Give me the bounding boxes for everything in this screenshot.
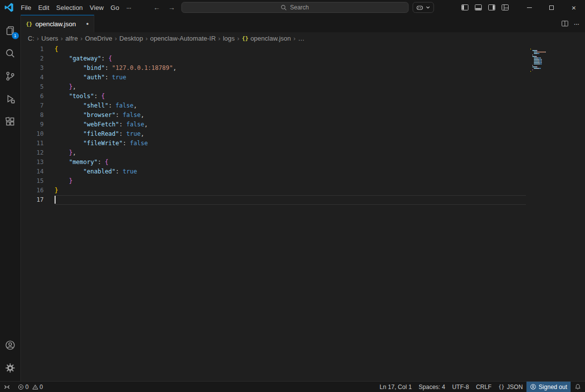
settings-button[interactable]: [0, 356, 21, 379]
status-indentation[interactable]: Spaces: 4: [415, 382, 449, 392]
accounts-button[interactable]: [0, 334, 21, 356]
toggle-secondary-sidebar-icon[interactable]: [488, 3, 496, 11]
explorer-badge: 1: [12, 32, 19, 39]
forward-button[interactable]: →: [166, 3, 177, 11]
warning-count: 0: [40, 384, 43, 391]
json-file-icon: {}: [242, 35, 248, 42]
breadcrumb-item[interactable]: openclaw-Automate-IR: [150, 35, 216, 42]
code-line[interactable]: 10 "fileRead": true,: [21, 129, 585, 139]
breadcrumb-item[interactable]: Users: [41, 35, 58, 42]
line-text: "browser": false,: [44, 111, 144, 120]
minimap[interactable]: [530, 49, 550, 74]
title-bar-right: ×: [461, 0, 585, 15]
breadcrumb-separator-icon: ›: [61, 35, 63, 42]
code-line[interactable]: 15 }: [21, 176, 585, 186]
maximize-button[interactable]: [540, 0, 563, 15]
minimize-button[interactable]: [518, 0, 540, 15]
sidebar-item-explorer[interactable]: 1: [0, 19, 21, 42]
line-text: "shell": false,: [44, 101, 137, 111]
breadcrumb-item[interactable]: {}openclaw.json: [242, 35, 291, 42]
breadcrumb-separator-icon: ›: [80, 35, 82, 42]
sidebar-item-source-control[interactable]: [0, 64, 21, 87]
menu-view[interactable]: View: [86, 2, 107, 13]
back-button[interactable]: ←: [151, 3, 162, 11]
breadcrumb-label: logs: [223, 35, 235, 42]
code-line[interactable]: 6 "tools": {: [21, 92, 585, 101]
editor[interactable]: 1{2 "gateway": {3 "bind": "127.0.0.1:187…: [21, 45, 585, 381]
status-language-mode[interactable]: {}JSON: [495, 382, 526, 392]
line-number: 9: [21, 120, 44, 129]
menu-more-button[interactable]: ···: [123, 2, 134, 13]
code-line[interactable]: 2 "gateway": {: [21, 54, 585, 63]
line-text: {: [44, 45, 58, 54]
problems-status[interactable]: 0 0: [16, 382, 47, 392]
line-number: 16: [21, 186, 44, 195]
notifications-bell-button[interactable]: [571, 382, 585, 392]
modified-dot-icon[interactable]: ●: [86, 21, 89, 26]
customize-layout-icon[interactable]: [501, 3, 509, 11]
breadcrumb-item[interactable]: …: [298, 35, 305, 42]
breadcrumb-item[interactable]: Desktop: [120, 35, 143, 42]
maximize-icon: [549, 5, 554, 10]
code-line[interactable]: 17: [21, 195, 585, 205]
line-text: "auth": true: [44, 73, 127, 82]
toggle-panel-icon[interactable]: [474, 3, 482, 11]
window-body: 1: [0, 15, 585, 381]
toggle-sidebar-icon[interactable]: [461, 3, 469, 11]
sidebar-item-run-debug[interactable]: [0, 87, 21, 110]
line-number: 12: [21, 148, 44, 158]
breadcrumb-label: alfre: [65, 35, 78, 42]
code-line[interactable]: 3 "bind": "127.0.0.1:18789",: [21, 63, 585, 73]
breadcrumb-item[interactable]: logs: [223, 35, 235, 42]
line-text: },: [44, 82, 76, 92]
title-bar: FileEditSelectionViewGo ··· ← → Search: [0, 0, 585, 15]
status-encoding[interactable]: UTF-8: [449, 382, 472, 392]
copilot-icon: [416, 4, 423, 11]
breadcrumb-separator-icon: ›: [218, 35, 220, 42]
code-line[interactable]: 1{: [21, 45, 585, 54]
menu-selection[interactable]: Selection: [53, 2, 86, 13]
search-box[interactable]: Search: [181, 2, 408, 13]
tab-openclaw-json[interactable]: {} openclaw.json ●: [21, 15, 94, 32]
code-line[interactable]: 14 "enabled": true: [21, 167, 585, 176]
line-text: "enabled": true: [44, 167, 137, 176]
breadcrumb-item[interactable]: OneDrive: [85, 35, 112, 42]
code-line[interactable]: 5 },: [21, 82, 585, 92]
more-actions-icon[interactable]: ···: [574, 20, 579, 28]
status-eol[interactable]: CRLF: [472, 382, 495, 392]
editor-actions: ···: [561, 15, 585, 32]
menu-file[interactable]: File: [17, 2, 35, 13]
menu-edit[interactable]: Edit: [35, 2, 53, 13]
code-line[interactable]: 9 "webFetch": false,: [21, 120, 585, 129]
code-line[interactable]: 4 "auth": true: [21, 73, 585, 82]
close-button[interactable]: ×: [563, 0, 585, 15]
extensions-icon: [5, 116, 15, 127]
breadcrumb-label: openclaw.json: [251, 35, 291, 42]
sidebar-item-search[interactable]: [0, 42, 21, 64]
breadcrumb-item[interactable]: C:: [28, 35, 34, 42]
line-number: 1: [21, 45, 44, 54]
breadcrumb-item[interactable]: alfre: [65, 35, 78, 42]
code-line[interactable]: 13 "memory": {: [21, 158, 585, 167]
breadcrumb-label: C:: [28, 35, 34, 42]
tab-label: openclaw.json: [35, 20, 76, 28]
code-line[interactable]: 7 "shell": false,: [21, 101, 585, 111]
code-line[interactable]: 16}: [21, 186, 585, 195]
split-editor-icon[interactable]: [561, 20, 569, 27]
sidebar-item-extensions[interactable]: [0, 110, 21, 133]
code-line[interactable]: 8 "browser": false,: [21, 111, 585, 120]
status-cursor-position[interactable]: Ln 17, Col 1: [376, 382, 415, 392]
error-count: 0: [25, 384, 29, 391]
breadcrumb-label: openclaw-Automate-IR: [150, 35, 216, 42]
status-accounts-signed-out[interactable]: Signed out: [526, 382, 571, 392]
remote-icon[interactable]: [3, 384, 11, 390]
copilot-button[interactable]: [412, 2, 434, 13]
window-controls: ×: [518, 0, 585, 15]
code-area: 1{2 "gateway": {3 "bind": "127.0.0.1:187…: [21, 45, 585, 205]
code-line[interactable]: 12 },: [21, 148, 585, 158]
code-line[interactable]: 11 "fileWrite": false: [21, 139, 585, 148]
search-placeholder: Search: [290, 4, 309, 11]
menu-go[interactable]: Go: [107, 2, 123, 13]
line-number: 2: [21, 54, 44, 63]
line-text: }: [44, 176, 72, 186]
